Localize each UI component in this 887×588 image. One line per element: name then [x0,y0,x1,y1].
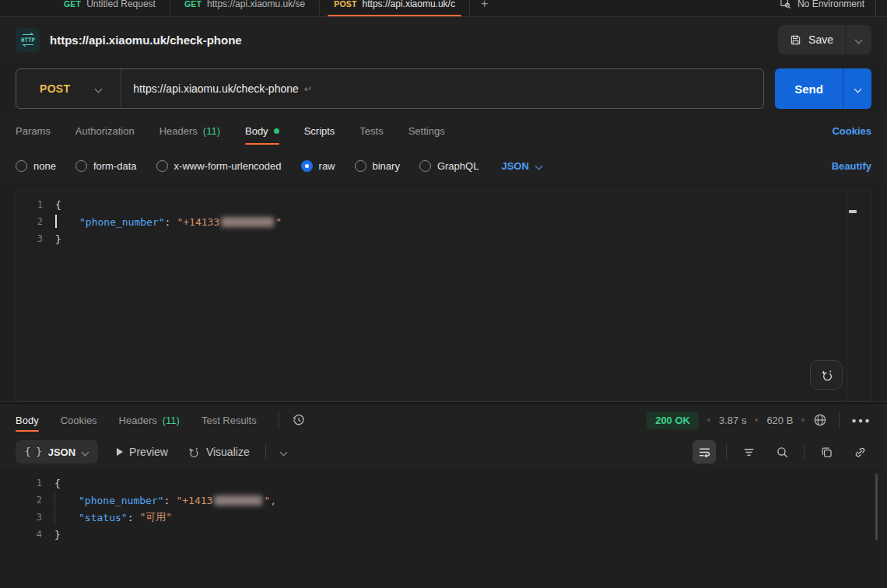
url-builder-row: POST https://api.xiaomu.uk/check-phone ↵… [16,68,871,109]
tab-label: Cookies [61,415,97,426]
method-selector-caret[interactable] [95,82,102,96]
redacted-value-blur [221,217,274,227]
send-button-group: Send [775,68,871,109]
code-line[interactable]: 3 } [16,230,871,247]
request-body-editor[interactable]: 1 { 2 "phone_number" : "+14133 " 3 } [16,190,871,401]
workspace-tab-bar: GET Untitled Request GET https://api.xia… [0,0,887,17]
editor-overview-ruler[interactable] [847,191,859,401]
token-brace: } [54,529,61,541]
copy-button[interactable] [815,440,838,464]
line-number: 1 [16,478,54,488]
tab-label: Body [16,415,39,426]
request-title: https://api.xiaomu.uk/check-phone [50,33,242,47]
radio-x-www-form-urlencoded[interactable]: x-www-form-urlencoded [156,160,282,172]
tab-label: Untitled Request [86,0,156,9]
radio-graphql[interactable]: GraphQL [419,160,479,172]
link-button[interactable] [848,440,871,464]
code-line[interactable]: 4 } [16,526,871,543]
visualize-button[interactable]: Visualize [187,446,250,459]
raw-format-dropdown[interactable]: JSON [501,160,542,172]
active-tab-underline [16,430,39,432]
url-input[interactable]: https://api.xiaomu.uk/check-phone [133,82,298,95]
radio-binary[interactable]: binary [355,160,400,172]
response-tab-body[interactable]: Body [16,404,39,436]
postbot-beautify-button[interactable] [810,360,843,390]
environment-selector[interactable]: No Environment [780,0,876,17]
app-window: GET Untitled Request GET https://api.xia… [0,0,887,588]
enter-key-hint: ↵ [304,83,313,95]
code-line[interactable]: 2 "phone_number" : "+14133 " [16,213,871,230]
radio-selected-icon [301,160,313,172]
scroll-position-mark [849,210,857,213]
tab-settings[interactable]: Settings [408,112,445,149]
radio-circle-icon [75,160,87,172]
code-line[interactable]: 3 "status" : "可用" [16,509,871,526]
tab-headers[interactable]: Headers (11) [160,112,220,149]
response-tab-headers[interactable]: Headers (11) [119,404,180,436]
code-line[interactable]: 1 { [16,196,871,213]
search-button[interactable] [770,440,794,464]
search-icon [776,446,789,459]
response-size[interactable]: 620 B [766,415,793,426]
scrollbar-thumb[interactable] [875,474,878,541]
response-body-viewer[interactable]: 1 { 2 "phone_number" : "+1413 ", 3 "st [16,469,871,543]
response-tab-cookies[interactable]: Cookies [61,404,97,436]
token-brace: { [55,199,61,211]
code-line[interactable]: 1 { [16,474,871,492]
code-line[interactable]: 2 "phone_number" : "+1413 ", [16,492,871,509]
response-toolbar: { } JSON Preview Visualize [0,436,887,467]
wrap-text-button[interactable] [692,440,716,464]
new-tab-button[interactable]: + [470,0,499,11]
token-key: "phone_number" [79,216,165,228]
radio-raw[interactable]: raw [301,160,335,172]
tab-tests[interactable]: Tests [359,112,383,149]
response-time[interactable]: 3.87 s [719,415,746,426]
response-meta: 200 OK 3.87 s 620 B ●●● [647,411,871,429]
line-number: 2 [16,495,54,506]
url-input-container: POST https://api.xiaomu.uk/check-phone ↵ [16,68,764,109]
line-number: 3 [16,512,54,523]
indent-guide [54,509,55,525]
tab-scripts[interactable]: Scripts [304,112,335,149]
request-tab-untitled[interactable]: GET Untitled Request [50,0,170,17]
line-number: 2 [16,216,55,227]
request-tab-active[interactable]: POST https://api.xiaomu.uk/c [320,0,470,17]
radio-none[interactable]: none [16,160,56,172]
send-options-button[interactable] [843,68,871,109]
response-toolbar-right [692,440,871,464]
history-clock-icon [292,413,306,427]
tab-label: Headers [119,415,157,426]
beautify-button[interactable]: Beautify [832,160,871,172]
tab-authorization[interactable]: Authorization [75,112,135,149]
cookies-link[interactable]: Cookies [832,125,871,137]
divider [279,412,279,428]
copy-icon [820,446,833,459]
save-options-button[interactable] [846,25,871,54]
tab-body[interactable]: Body [245,112,279,149]
token-key: "phone_number" [79,495,164,506]
url-divider [121,69,121,108]
token-string: ", [264,495,276,506]
response-tab-test-results[interactable]: Test Results [202,404,257,436]
send-button[interactable]: Send [775,68,843,109]
filter-button[interactable] [737,440,760,464]
indent-guide [54,492,55,508]
network-info-button[interactable] [813,413,827,427]
more-views-button[interactable] [280,445,287,459]
tab-params[interactable]: Params [16,112,51,149]
more-options-button[interactable]: ●●● [851,416,871,425]
chevron-down-icon [855,37,862,44]
preview-button[interactable]: Preview [117,446,168,458]
save-button[interactable]: Save [778,25,845,54]
response-history-button[interactable] [292,413,306,427]
radio-form-data[interactable]: form-data [75,160,137,172]
format-label: JSON [48,446,75,458]
response-format-dropdown[interactable]: { } JSON [16,440,98,464]
radio-label: GraphQL [437,160,479,172]
request-tab-get-url[interactable]: GET https://api.xiaomu.uk/se [170,0,320,17]
status-badge[interactable]: 200 OK [647,411,699,429]
divider [265,444,266,460]
divider [804,444,805,460]
method-selector[interactable]: POST [16,82,70,95]
preview-label: Preview [129,446,168,458]
